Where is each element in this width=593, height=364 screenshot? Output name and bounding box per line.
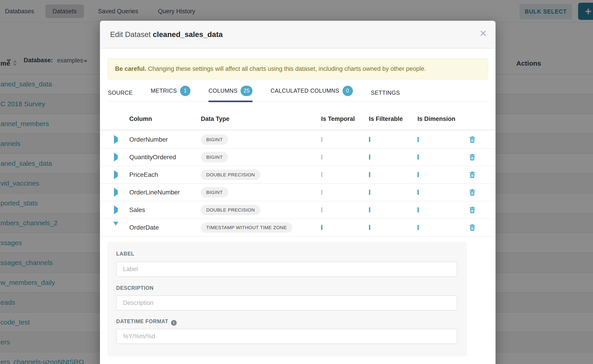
is-filterable-checkbox[interactable] xyxy=(369,155,370,160)
is-temporal-checkbox[interactable] xyxy=(321,172,323,177)
data-type-pill: DOUBLE PRECISION xyxy=(201,205,260,215)
warning-text: Changing these settings will affect all … xyxy=(148,65,426,72)
is-filterable-checkbox[interactable] xyxy=(369,172,370,177)
modal-title: Edit Dataset cleaned_sales_data xyxy=(110,30,223,39)
is-filterable-checkbox[interactable] xyxy=(369,207,370,212)
tab-metrics[interactable]: METRICS 1 xyxy=(151,86,191,102)
caret-down-icon[interactable] xyxy=(113,222,118,229)
column-name: OrderLineNumber xyxy=(129,189,201,196)
data-type-pill: BIGINT xyxy=(201,134,228,145)
tab-settings[interactable]: SETTINGS xyxy=(371,90,400,102)
modal-tabs: SOURCE METRICS 1 COLUMNS 25 CALCULATED C… xyxy=(107,85,488,102)
label-input[interactable] xyxy=(116,262,457,277)
delete-column-trash-icon[interactable] xyxy=(468,206,488,214)
column-name: PriceEach xyxy=(129,171,201,178)
delete-column-trash-icon[interactable] xyxy=(468,171,488,179)
modal-title-prefix: Edit Dataset xyxy=(110,30,153,39)
caret-right-icon[interactable] xyxy=(114,135,118,144)
tab-count-badge: 0 xyxy=(343,86,353,96)
tab-columns[interactable]: COLUMNS 25 xyxy=(209,86,252,102)
delete-column-trash-icon[interactable] xyxy=(468,153,488,161)
tab-count-badge: 25 xyxy=(241,86,252,96)
columns-table-rows: OrderNumber BIGINT QuantityOrdered BIGIN… xyxy=(100,131,495,237)
data-type-pill: DOUBLE PRECISION xyxy=(201,169,260,180)
caret-right-icon[interactable] xyxy=(114,153,118,162)
tab-label: SETTINGS xyxy=(371,90,400,96)
datetime-format-field-label: DATETIME FORMATi xyxy=(116,318,177,326)
is-dimension-checkbox[interactable] xyxy=(417,155,419,160)
is-temporal-checkbox[interactable] xyxy=(321,190,323,195)
caret-right-icon[interactable] xyxy=(114,170,118,179)
columns-header-column: Column xyxy=(129,116,201,123)
data-type-pill: BIGINT xyxy=(201,187,228,198)
delete-column-trash-icon[interactable] xyxy=(468,223,488,232)
column-row: PriceEach DOUBLE PRECISION xyxy=(100,166,495,184)
is-dimension-checkbox[interactable] xyxy=(417,225,419,230)
tab-source[interactable]: SOURCE xyxy=(108,90,133,102)
columns-header-is-temporal: Is Temporal xyxy=(321,116,369,123)
data-type-pill: TIMESTAMP WITHOUT TIME ZONE xyxy=(201,222,292,233)
delete-column-trash-icon[interactable] xyxy=(468,188,488,196)
columns-header-is-dimension: Is Dimension xyxy=(417,116,465,123)
datetime-format-text: DATETIME FORMAT xyxy=(116,318,168,324)
modal-title-dataset: cleaned_sales_data xyxy=(153,30,223,39)
column-row: OrderLineNumber BIGINT xyxy=(100,184,495,202)
column-row: OrderNumber BIGINT xyxy=(100,131,495,149)
tab-label: METRICS xyxy=(151,87,177,94)
columns-table-header: ColumnData TypeIs TemporalIs FilterableI… xyxy=(100,108,495,130)
is-temporal-checkbox[interactable] xyxy=(321,207,323,212)
caret-right-icon[interactable] xyxy=(114,188,118,197)
tab-label: SOURCE xyxy=(108,90,133,96)
is-temporal-checkbox[interactable] xyxy=(321,225,323,230)
close-icon[interactable]: ✕ xyxy=(479,29,487,38)
modal-header: Edit Dataset cleaned_sales_data ✕ xyxy=(100,21,495,48)
info-icon[interactable]: i xyxy=(171,320,177,326)
column-name: QuantityOrdered xyxy=(129,154,201,161)
is-dimension-checkbox[interactable] xyxy=(417,207,419,212)
is-dimension-checkbox[interactable] xyxy=(417,190,419,195)
column-editor-panel: LABEL DESCRIPTION DATETIME FORMATi xyxy=(107,242,467,356)
delete-column-trash-icon[interactable] xyxy=(468,136,488,144)
tab-label: CALCULATED COLUMNS xyxy=(270,87,339,94)
tab-label: COLUMNS xyxy=(209,87,237,94)
column-name: OrderNumber xyxy=(129,136,201,143)
caret-right-icon[interactable] xyxy=(114,205,118,214)
label-field-label: LABEL xyxy=(116,251,134,257)
column-row: OrderDate TIMESTAMP WITHOUT TIME ZONE xyxy=(100,219,495,237)
data-type-pill: BIGINT xyxy=(201,152,228,162)
is-dimension-checkbox[interactable] xyxy=(417,137,419,142)
column-row: Sales DOUBLE PRECISION xyxy=(100,202,495,219)
columns-header-is-filterable: Is Filterable xyxy=(369,116,417,123)
column-row: QuantityOrdered BIGINT xyxy=(100,149,495,166)
is-dimension-checkbox[interactable] xyxy=(417,172,419,177)
datetime-format-input[interactable] xyxy=(116,329,457,344)
tab-count-badge: 1 xyxy=(180,86,191,96)
description-input[interactable] xyxy=(116,295,457,311)
tab-calculated-columns[interactable]: CALCULATED COLUMNS 0 xyxy=(270,86,353,102)
description-field-label: DESCRIPTION xyxy=(116,285,154,291)
column-name: OrderDate xyxy=(129,224,201,231)
is-temporal-checkbox[interactable] xyxy=(321,155,323,160)
edit-dataset-modal: Edit Dataset cleaned_sales_data ✕ Be car… xyxy=(100,21,495,364)
is-filterable-checkbox[interactable] xyxy=(369,225,370,230)
warning-bold: Be careful. xyxy=(115,65,146,72)
is-filterable-checkbox[interactable] xyxy=(369,190,370,195)
is-filterable-checkbox[interactable] xyxy=(369,137,370,142)
is-temporal-checkbox[interactable] xyxy=(321,137,323,142)
warning-banner: Be careful.Changing these settings will … xyxy=(107,58,488,79)
column-name: Sales xyxy=(129,206,201,214)
columns-header-data-type: Data Type xyxy=(201,116,321,123)
screen: Databases Datasets Saved Queries Query H… xyxy=(0,0,593,364)
